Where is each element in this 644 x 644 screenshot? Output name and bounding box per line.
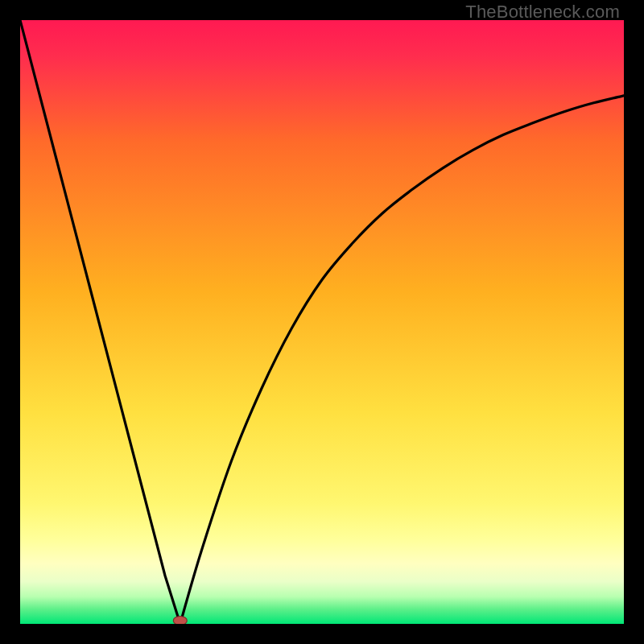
chart-frame — [20, 20, 624, 624]
chart-svg — [20, 20, 624, 624]
watermark-text: TheBottleneck.com — [465, 2, 620, 23]
gradient-background — [20, 20, 624, 624]
min-marker — [173, 617, 187, 625]
